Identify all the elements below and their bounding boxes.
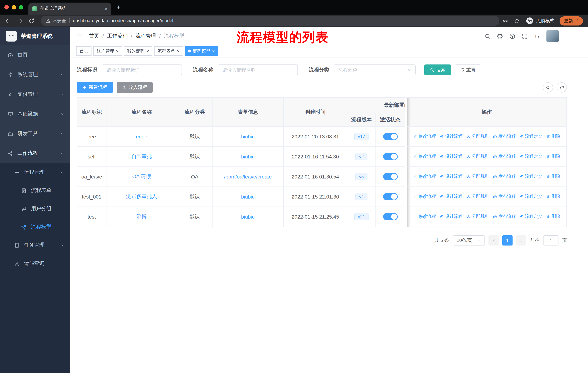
active-toggle[interactable] <box>383 173 398 180</box>
page-size-select[interactable]: 10条/页 <box>453 235 485 245</box>
version-badge[interactable]: v2 <box>356 153 367 160</box>
action-publish-process[interactable]: 发布流程 <box>493 214 516 220</box>
breadcrumb-home[interactable]: 首页 <box>89 33 99 39</box>
action-delete-process[interactable]: 删除 <box>546 133 560 140</box>
address-bar[interactable]: 不安全 dashboard.yudao.iocoder.cn/bpm/manag… <box>41 16 499 26</box>
forward-icon[interactable] <box>17 18 23 24</box>
sidebar-item-devtools[interactable]: 研发工具 <box>0 124 70 143</box>
window-zoom-button[interactable] <box>19 5 23 10</box>
reset-button[interactable]: 重置 <box>455 64 481 75</box>
toggle-search-button[interactable] <box>543 82 553 92</box>
key-icon[interactable] <box>502 18 508 24</box>
search-icon[interactable] <box>484 33 491 39</box>
action-design-process[interactable]: 设计流程 <box>440 133 462 140</box>
action-delete-process[interactable]: 删除 <box>546 214 560 220</box>
window-close-button[interactable] <box>4 5 9 10</box>
github-icon[interactable] <box>497 33 503 39</box>
action-publish-process[interactable]: 发布流程 <box>493 173 516 180</box>
sidebar-item-user-group[interactable]: 用户分组 <box>0 200 70 218</box>
action-edit-process[interactable]: 修改流程 <box>413 133 436 140</box>
next-page-button[interactable] <box>516 235 526 245</box>
close-icon[interactable]: × <box>116 49 119 53</box>
action-edit-process[interactable]: 修改流程 <box>413 194 436 200</box>
tag-tenant-management[interactable]: 租户管理 × <box>93 46 122 56</box>
action-design-process[interactable]: 设计流程 <box>440 214 462 220</box>
process-name-link[interactable]: 自己审批 <box>131 153 152 159</box>
sidebar-item-workflow[interactable]: 工作流程 <box>0 143 70 163</box>
version-badge[interactable]: v21 <box>354 213 369 220</box>
version-badge[interactable]: v17 <box>354 133 369 140</box>
breadcrumb-workflow[interactable]: 工作流程 <box>107 33 128 39</box>
form-info-link[interactable]: biubiu <box>241 214 255 220</box>
action-edit-process[interactable]: 修改流程 <box>413 173 436 180</box>
back-icon[interactable] <box>5 18 11 24</box>
action-design-process[interactable]: 设计流程 <box>440 194 462 200</box>
sidebar-item-process-form[interactable]: 流程表单 <box>0 181 70 200</box>
action-delete-process[interactable]: 删除 <box>546 153 560 160</box>
action-publish-process[interactable]: 发布流程 <box>493 133 516 140</box>
form-info-link[interactable]: biubiu <box>241 154 255 160</box>
action-assign-rule[interactable]: 分配规则 <box>466 153 489 160</box>
app-logo[interactable]: 芋道管理系统 <box>0 27 70 45</box>
create-process-button[interactable]: 新建流程 <box>77 82 113 93</box>
action-process-definition[interactable]: 流程定义 <box>519 133 542 140</box>
fullscreen-icon[interactable] <box>522 33 528 39</box>
version-badge[interactable]: v5 <box>356 173 367 180</box>
action-design-process[interactable]: 设计流程 <box>440 173 462 180</box>
action-publish-process[interactable]: 发布流程 <box>493 194 516 200</box>
action-assign-rule[interactable]: 分配规则 <box>466 133 489 140</box>
process-category-select[interactable]: 流程分类 <box>334 64 416 75</box>
tag-process-form[interactable]: 流程表单 × <box>154 46 183 56</box>
action-publish-process[interactable]: 发布流程 <box>493 153 516 160</box>
sidebar-item-leave-query[interactable]: 请假查询 <box>0 254 70 272</box>
browser-tab[interactable]: 芋道管理系统 × <box>28 2 111 15</box>
close-icon[interactable]: × <box>212 49 215 53</box>
version-badge[interactable]: v4 <box>356 193 367 200</box>
goto-page-input[interactable] <box>543 235 558 245</box>
import-process-button[interactable]: 导入流程 <box>117 82 153 93</box>
form-info-link[interactable]: biubiu <box>241 194 255 200</box>
prev-page-button[interactable] <box>488 235 499 245</box>
browser-update-button[interactable]: 更新 <box>560 16 583 25</box>
sidebar-item-system-management[interactable]: 系统管理 <box>0 65 70 84</box>
user-avatar[interactable] <box>546 30 559 42</box>
sidebar-item-process-model[interactable]: 流程模型 <box>0 218 70 236</box>
action-edit-process[interactable]: 修改流程 <box>413 153 436 160</box>
tag-my-process[interactable]: 我的流程 × <box>124 46 152 56</box>
action-process-definition[interactable]: 流程定义 <box>519 153 542 160</box>
refresh-table-button[interactable] <box>557 82 567 92</box>
action-design-process[interactable]: 设计流程 <box>440 153 462 160</box>
menu-fold-icon[interactable] <box>76 33 83 39</box>
action-process-definition[interactable]: 流程定义 <box>519 173 542 180</box>
page-number-1[interactable]: 1 <box>502 235 513 245</box>
process-name-link[interactable]: OA 请假 <box>132 173 151 179</box>
new-tab-button[interactable]: + <box>117 4 120 10</box>
process-name-link[interactable]: eeee <box>136 134 147 140</box>
sidebar-item-task-management[interactable]: 任务管理 <box>0 236 70 254</box>
help-icon[interactable] <box>509 33 515 39</box>
form-info-link[interactable]: /bpm/oa/leave/create <box>224 174 272 180</box>
action-assign-rule[interactable]: 分配规则 <box>466 173 489 180</box>
active-toggle[interactable] <box>383 153 398 160</box>
action-process-definition[interactable]: 流程定义 <box>519 214 542 220</box>
process-key-input[interactable] <box>102 64 182 75</box>
search-button[interactable]: 搜索 <box>424 64 451 75</box>
active-toggle[interactable] <box>383 213 398 220</box>
breadcrumb-process-management[interactable]: 流程管理 <box>136 33 156 39</box>
process-name-input[interactable] <box>218 64 298 75</box>
sidebar-item-process-management[interactable]: 流程管理 <box>0 163 70 181</box>
tag-process-model[interactable]: 流程模型 × <box>185 46 218 56</box>
reload-icon[interactable] <box>28 18 35 24</box>
close-icon[interactable]: × <box>177 49 179 53</box>
action-assign-rule[interactable]: 分配规则 <box>466 214 489 220</box>
font-size-icon[interactable]: TT <box>534 33 540 39</box>
tag-home[interactable]: 首页 <box>76 46 92 56</box>
active-toggle[interactable] <box>383 193 398 200</box>
sidebar-item-infrastructure[interactable]: 基础设施 <box>0 104 70 124</box>
action-delete-process[interactable]: 删除 <box>546 194 560 200</box>
process-name-link[interactable]: 滔博 <box>136 213 147 219</box>
form-info-link[interactable]: biubiu <box>241 134 255 140</box>
action-assign-rule[interactable]: 分配规则 <box>466 194 489 200</box>
window-minimize-button[interactable] <box>12 5 16 10</box>
kebab-menu-icon[interactable] <box>575 18 580 23</box>
